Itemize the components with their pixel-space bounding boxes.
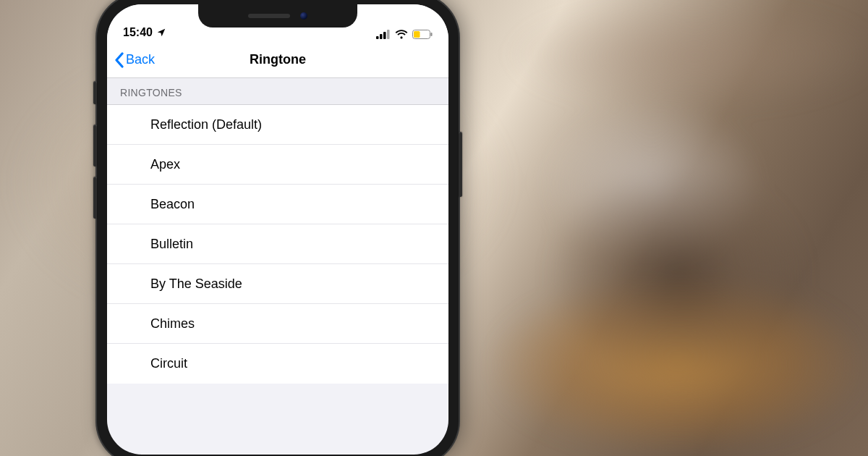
svg-rect-6 xyxy=(414,31,420,38)
svg-rect-2 xyxy=(383,32,386,39)
chevron-left-icon xyxy=(114,52,124,68)
svg-rect-1 xyxy=(380,34,383,39)
ringtone-label: Circuit xyxy=(150,356,187,371)
navigation-bar: Back Ringtone xyxy=(107,42,448,78)
ringtone-row[interactable]: Circuit xyxy=(107,344,448,384)
front-camera xyxy=(300,12,307,20)
svg-rect-5 xyxy=(431,33,433,36)
svg-rect-0 xyxy=(376,36,379,39)
volume-up-button xyxy=(93,124,97,166)
ringtone-label: Beacon xyxy=(150,197,195,212)
notch xyxy=(198,4,357,28)
earpiece-speaker xyxy=(248,14,290,18)
mute-switch xyxy=(93,81,97,104)
battery-icon xyxy=(412,30,433,39)
back-button[interactable]: Back xyxy=(114,52,155,68)
ringtone-row[interactable]: Reflection (Default) xyxy=(107,105,448,145)
ringtone-label: Bulletin xyxy=(150,237,193,252)
ringtone-row[interactable]: By The Seaside xyxy=(107,264,448,304)
back-label: Back xyxy=(126,52,155,67)
ringtone-row[interactable]: Chimes xyxy=(107,304,448,344)
side-button xyxy=(459,132,462,197)
ringtone-label: By The Seaside xyxy=(150,276,242,292)
phone-screen: 15:40 xyxy=(107,4,448,455)
ringtone-row[interactable]: Bulletin xyxy=(107,224,448,264)
ringtone-label: Reflection (Default) xyxy=(150,117,262,132)
svg-rect-3 xyxy=(387,30,390,39)
ringtone-list: Reflection (Default) Apex Beacon Bulleti… xyxy=(107,105,448,384)
ringtone-label: Apex xyxy=(150,157,180,172)
page-title: Ringtone xyxy=(107,52,448,67)
ringtone-row[interactable]: Apex xyxy=(107,145,448,185)
volume-down-button xyxy=(93,177,97,219)
status-time: 15:40 xyxy=(123,26,153,39)
ringtone-label: Chimes xyxy=(150,316,195,332)
cellular-signal-icon xyxy=(376,30,391,39)
ringtone-row[interactable]: Beacon xyxy=(107,185,448,224)
location-arrow-icon xyxy=(156,28,166,38)
wifi-icon xyxy=(395,30,408,39)
phone-frame: 15:40 xyxy=(97,0,459,456)
section-header-ringtones: RINGTONES xyxy=(107,78,448,105)
